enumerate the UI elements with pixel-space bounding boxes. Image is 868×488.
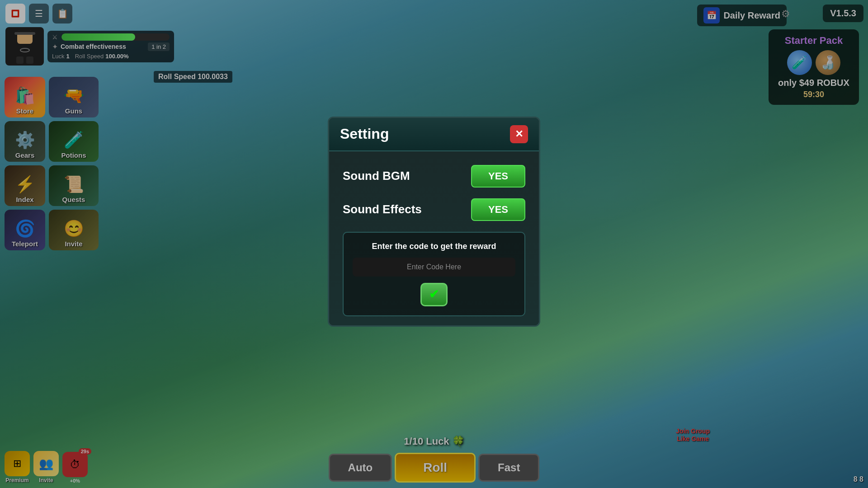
close-icon: ✕ <box>515 128 523 140</box>
code-section: Enter the code to get the reward ✔ <box>343 232 525 316</box>
code-prompt: Enter the code to get the reward <box>353 242 515 251</box>
sound-bgm-button[interactable]: YES <box>471 165 525 188</box>
setting-modal: Setting ✕ Sound BGM YES Sound Effects YE… <box>328 117 540 327</box>
modal-body: Sound BGM YES Sound Effects YES Enter th… <box>329 151 539 325</box>
sound-effects-row: Sound Effects YES <box>343 198 525 221</box>
sound-effects-label: Sound Effects <box>343 202 422 216</box>
submit-btn-container: ✔ <box>353 283 515 306</box>
sound-bgm-label: Sound BGM <box>343 169 410 183</box>
sound-effects-button[interactable]: YES <box>471 198 525 221</box>
modal-title: Setting <box>340 126 389 142</box>
submit-code-button[interactable]: ✔ <box>420 283 448 306</box>
modal-header: Setting ✕ <box>329 118 539 151</box>
code-input[interactable] <box>353 258 515 277</box>
sound-bgm-row: Sound BGM YES <box>343 165 525 188</box>
modal-overlay: Setting ✕ Sound BGM YES Sound Effects YE… <box>0 0 868 488</box>
checkmark-icon: ✔ <box>429 287 439 301</box>
modal-close-button[interactable]: ✕ <box>510 125 528 143</box>
